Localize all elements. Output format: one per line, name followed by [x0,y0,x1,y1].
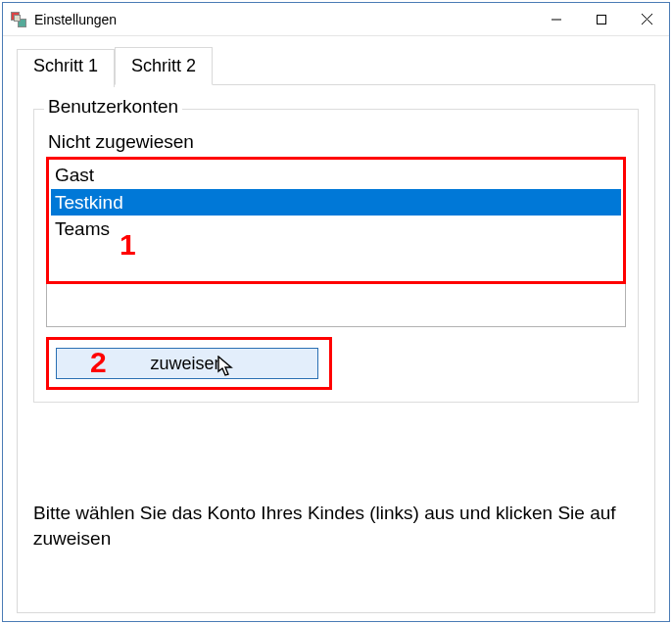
maximize-icon [597,15,606,24]
assign-button-label: zuweisen [150,354,223,374]
maximize-button[interactable] [579,3,624,35]
annotation-box-2: zuweisen 2 [46,337,332,390]
annotation-box-1: Gast Testkind Teams 1 [46,157,626,284]
user-accounts-group: Benutzerkonten Nicht zugewiesen Gast Tes… [33,109,639,403]
app-icon [11,12,26,27]
unassigned-listbox[interactable]: Gast Testkind Teams [51,162,621,279]
client-area: Schritt 1 Schritt 2 Benutzerkonten Nicht… [3,36,669,623]
instruction-text: Bitte wählen Sie das Konto Ihres Kindes … [33,501,639,551]
minimize-button[interactable] [534,3,579,35]
list-item[interactable]: Gast [51,162,621,189]
list-item[interactable]: Teams [51,216,621,243]
tab-step-2[interactable]: Schritt 2 [115,47,213,85]
titlebar: Einstellungen [3,3,669,36]
tab-page-step-2: Benutzerkonten Nicht zugewiesen Gast Tes… [17,84,655,613]
tab-strip: Schritt 1 Schritt 2 [17,46,655,84]
tab-step-1[interactable]: Schritt 1 [17,49,115,87]
list-item[interactable]: Testkind [51,189,621,216]
assigned-panel [46,284,626,327]
unassigned-label: Nicht zugewiesen [48,131,626,153]
minimize-icon [552,15,561,24]
close-icon [642,14,652,24]
window-controls [534,3,669,35]
close-button[interactable] [624,3,669,35]
window-title: Einstellungen [34,12,534,27]
assign-button[interactable]: zuweisen [56,348,318,379]
group-legend: Benutzerkonten [44,96,182,118]
settings-window: Einstellungen Schritt 1 Schritt 2 Benutz… [2,2,670,622]
svg-rect-1 [598,15,606,24]
